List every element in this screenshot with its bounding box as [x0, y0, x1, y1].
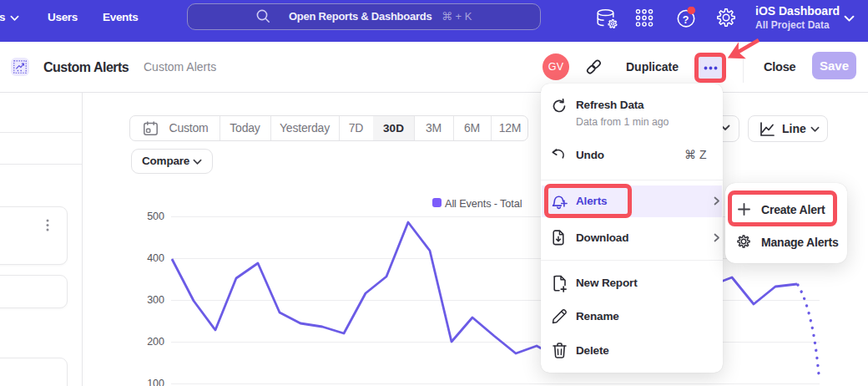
svg-text:?: ? [683, 14, 689, 26]
